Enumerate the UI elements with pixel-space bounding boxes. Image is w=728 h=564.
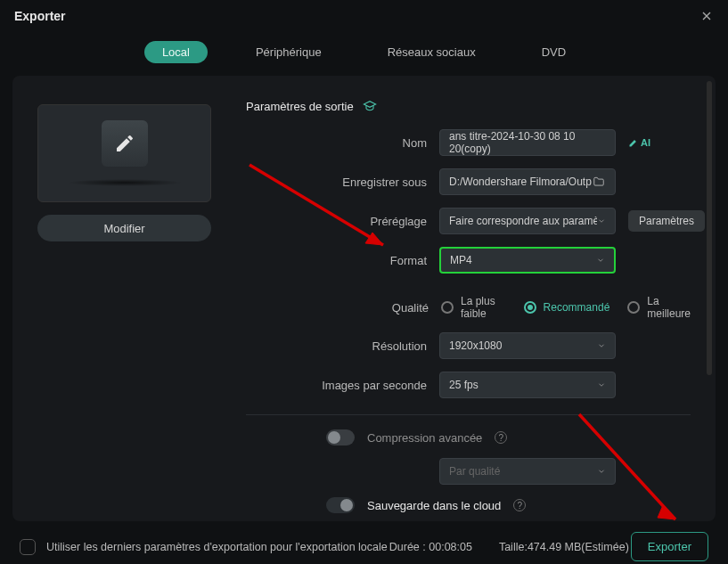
divider [246,414,691,415]
label-quality: Qualité [246,301,429,315]
row-by-quality: Par qualité [246,458,691,485]
tab-device[interactable]: Périphérique [238,41,339,63]
tab-social[interactable]: Réseaux sociaux [370,41,494,63]
remember-checkbox[interactable] [20,539,36,555]
resolution-select[interactable]: 1920x1080 [439,332,616,359]
chevron-down-icon [597,380,606,389]
label-compression: Compression avancée [367,431,482,445]
scrollbar[interactable] [707,81,712,375]
pencil-icon [102,120,148,167]
row-compression: Compression avancée ? [246,429,691,445]
save-to-input[interactable]: D:/Wondershare Filmora/Outp [439,168,616,195]
duration-info: Durée : 00:08:05 [389,541,472,553]
tab-local[interactable]: Local [144,41,208,63]
label-cloud: Sauvegarde dans le cloud [367,499,501,512]
preview-thumbnail [37,104,211,202]
chevron-down-icon [597,341,606,350]
chevron-down-icon [597,467,606,476]
label-fps: Images par seconde [246,379,427,392]
export-button[interactable]: Exporter [631,532,708,561]
section-title: Paramètres de sortie [246,100,354,113]
modify-button[interactable]: Modifier [37,215,211,241]
label-resolution: Résolution [246,339,427,353]
footer-bar: Utiliser les derniers paramètres d'expor… [0,521,728,561]
row-preset: Préréglage Faire correspondre aux paramè… [246,208,691,234]
row-resolution: Résolution 1920x1080 [246,332,691,359]
remember-label: Utiliser les derniers paramètres d'expor… [46,541,388,553]
size-info: Taille:474.49 MB(Estimée) [499,541,629,553]
quality-high[interactable]: La meilleure [627,295,691,320]
label-name: Nom [246,136,427,150]
titlebar: Exporter [0,0,728,32]
row-cloud: Sauvegarde dans le cloud ? [246,497,691,513]
section-header: Paramètres de sortie [246,99,691,113]
preset-select[interactable]: Faire correspondre aux paramètres [439,208,616,234]
chevron-down-icon [596,256,605,265]
row-name: Nom ans titre-2024-10-30 08 10 20(copy) … [246,129,691,156]
fps-select[interactable]: 25 fps [439,372,616,398]
label-format: Format [246,254,427,267]
label-preset: Préréglage [246,215,427,228]
quality-recommended[interactable]: Recommandé [524,301,610,314]
quality-low[interactable]: La plus faible [441,295,506,320]
by-quality-select: Par qualité [439,458,616,485]
right-column: Paramètres de sortie Nom ans titre-2024-… [246,95,691,503]
help-icon[interactable]: ? [513,499,526,511]
ai-button[interactable]: AI [628,137,650,148]
format-select[interactable]: MP4 [439,247,616,274]
row-format: Format MP4 [246,247,691,274]
cloud-toggle[interactable] [326,497,355,513]
label-save-to: Enregistrer sous [246,176,427,189]
window-title: Exporter [14,9,66,23]
close-icon[interactable] [699,9,714,23]
left-column: Modifier [37,95,225,503]
row-fps: Images par seconde 25 fps [246,372,691,398]
row-save-to: Enregistrer sous D:/Wondershare Filmora/… [246,168,691,195]
help-icon[interactable]: ? [495,431,507,444]
settings-panel: Modifier Paramètres de sortie Nom ans ti… [12,76,716,521]
shelf-shadow [67,179,183,186]
tab-dvd[interactable]: DVD [524,41,584,63]
row-quality: Qualité La plus faible Recommandé La mei… [246,295,691,320]
graduation-cap-icon[interactable] [363,99,377,113]
folder-icon[interactable] [592,176,606,188]
params-button[interactable]: Paramètres [628,210,705,232]
chevron-down-icon [597,217,606,225]
name-input[interactable]: ans titre-2024-10-30 08 10 20(copy) [439,129,616,156]
compression-toggle[interactable] [326,429,355,445]
category-tabs: Local Périphérique Réseaux sociaux DVD [0,32,728,76]
